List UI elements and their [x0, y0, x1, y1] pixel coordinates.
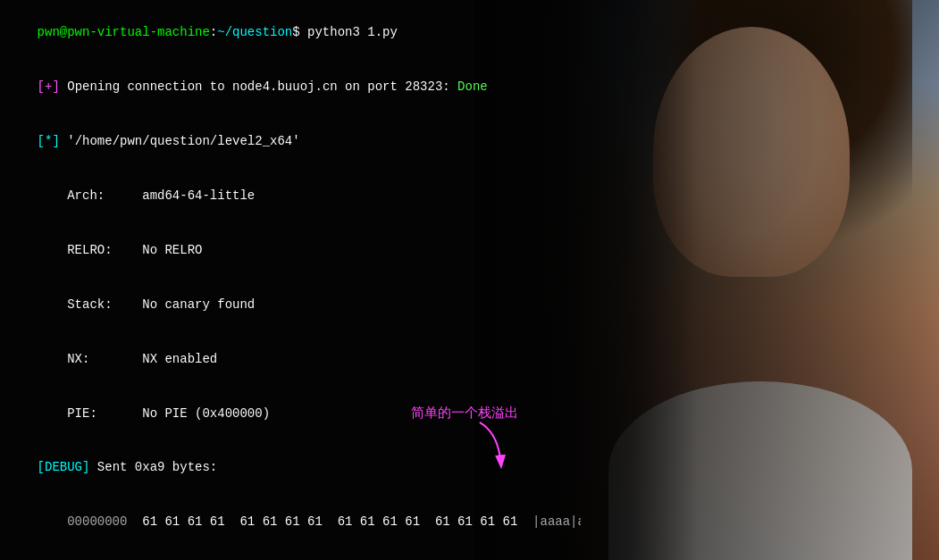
hex-line-1: 00000000 61 61 61 61 61 61 61 61 61 61 6…: [7, 495, 574, 549]
annotation-text: 简单的一个栈溢出: [411, 405, 518, 420]
output-line-2: [*] '/home/pwn/question/level2_x64': [7, 114, 574, 169]
relro-line: RELRO: No RELRO: [7, 223, 574, 278]
terminal-window: pwn@pwn-virtual-machine:~/question$ pyth…: [0, 0, 581, 560]
nx-line: NX: NX enabled: [7, 331, 574, 386]
output-line-1: [+] Opening connection to node4.buuoj.cn…: [7, 60, 574, 114]
arch-line: Arch: amd64-64-little: [7, 169, 574, 223]
prompt-line: pwn@pwn-virtual-machine:~/question$ pyth…: [7, 5, 574, 60]
stack-line: Stack: No canary found: [7, 277, 574, 331]
hex-star: *: [7, 549, 574, 560]
annotation-container: 简单的一个栈溢出: [411, 405, 518, 422]
